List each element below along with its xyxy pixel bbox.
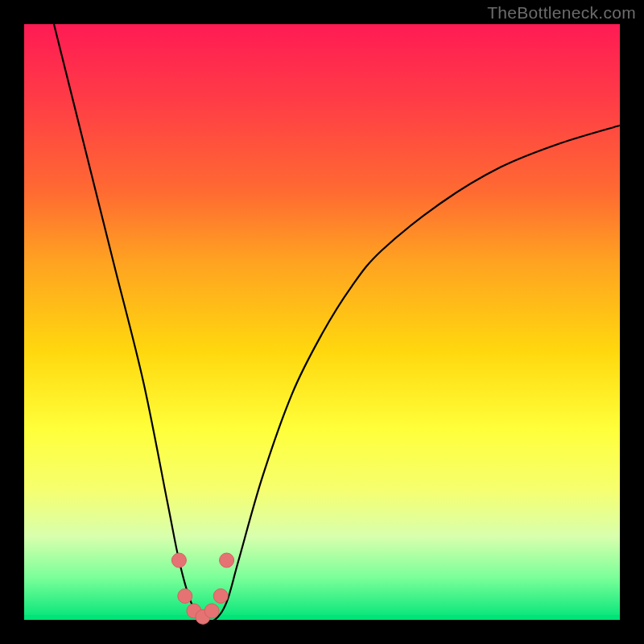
watermark-text: TheBottleneck.com: [487, 3, 636, 23]
valley-marker: [204, 604, 219, 618]
valley-marker: [220, 553, 234, 568]
valley-marker: [178, 588, 192, 603]
valley-marker: [213, 588, 228, 603]
valley-marker: [171, 553, 186, 568]
bottleneck-curve: [24, 24, 620, 620]
valley-markers: [171, 553, 233, 624]
chart-frame: TheBottleneck.com: [0, 0, 644, 644]
plot-area: [24, 24, 620, 620]
curve-line: [54, 24, 620, 622]
